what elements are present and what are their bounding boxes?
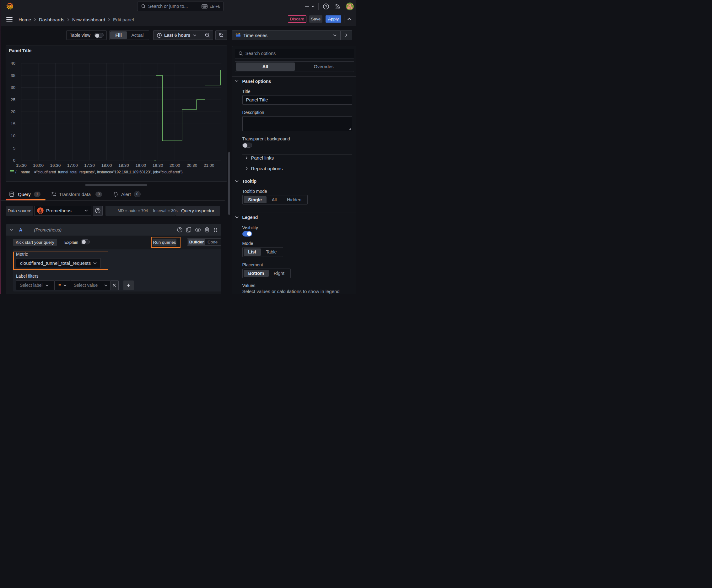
svg-text:19:00: 19:00 bbox=[135, 163, 146, 167]
svg-text:30: 30 bbox=[10, 85, 15, 90]
svg-text:16:30: 16:30 bbox=[50, 163, 61, 167]
svg-text:40: 40 bbox=[10, 61, 15, 66]
svg-text:16:00: 16:00 bbox=[33, 163, 44, 167]
svg-text:10: 10 bbox=[10, 133, 15, 138]
svg-text:17:30: 17:30 bbox=[84, 163, 95, 167]
svg-text:20:30: 20:30 bbox=[187, 163, 197, 167]
svg-text:Panel Title: Panel Title bbox=[9, 48, 31, 53]
svg-text:5: 5 bbox=[13, 145, 15, 150]
svg-text:21:00: 21:00 bbox=[203, 163, 214, 167]
svg-text:19:30: 19:30 bbox=[152, 163, 163, 167]
svg-text:{__name__="cloudflared_tunnel_: {__name__="cloudflared_tunnel_total_requ… bbox=[15, 170, 182, 174]
svg-text:0: 0 bbox=[13, 158, 15, 162]
svg-text:25: 25 bbox=[10, 97, 15, 102]
svg-text:15: 15 bbox=[10, 121, 15, 126]
svg-text:20:00: 20:00 bbox=[170, 163, 180, 167]
svg-text:18:30: 18:30 bbox=[118, 163, 129, 167]
svg-text:20: 20 bbox=[10, 109, 15, 114]
svg-text:18:00: 18:00 bbox=[101, 163, 112, 167]
svg-text:17:00: 17:00 bbox=[67, 163, 78, 167]
svg-text:35: 35 bbox=[10, 73, 15, 78]
svg-text:15:30: 15:30 bbox=[16, 163, 26, 167]
